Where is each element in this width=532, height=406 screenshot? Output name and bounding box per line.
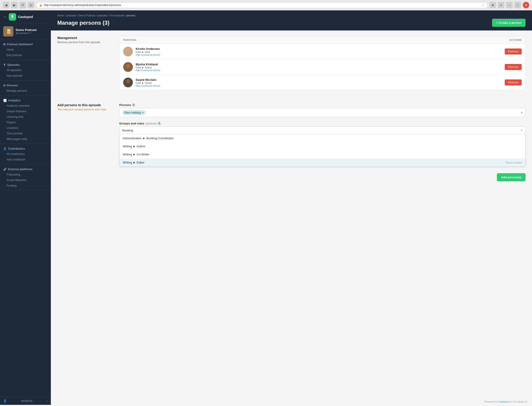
dropdown-item-booking[interactable]: Administration ► Booking Coordinator [119,134,525,142]
breadcrumb-episodes[interactable]: episodes [97,14,107,17]
remove-tag-ellen[interactable]: × [142,111,144,114]
breadcrumb: Home / podcasts / Demo Podcast / episode… [57,14,525,17]
sidebar-header: ← 🎙 Castopod [0,10,51,23]
extensions-btn[interactable]: ★ [489,2,496,8]
refresh-btn[interactable]: ↺ [19,2,26,8]
sidebar-link-podcasting[interactable]: Podcasting [0,172,51,177]
page-title-row: Manage persons (3) + Create a person [57,19,525,27]
sidebar-link-audience[interactable]: Audience overview [0,103,51,109]
avatar-img-sayed [123,78,133,87]
cast-btn[interactable]: ⊡ [28,2,34,8]
persons-select[interactable]: Ellen Halliday × ▾ [119,108,525,117]
groups-form-label: Groups and roles (optional) ? [119,122,525,125]
remove-btn-sayed[interactable]: Remove [505,80,522,86]
sidebar-link-players[interactable]: Players [0,120,51,125]
persons-table: PERSONS ACTIONS [119,36,525,90]
breadcrumb-demo-podcast[interactable]: Demo Podcast [79,14,95,17]
mic-icon: 🎙 [3,63,6,66]
management-section-desc: Remove persons from this episode [57,41,113,44]
person-link-kirstin[interactable]: http://castopod.demo/ [136,53,160,56]
person-details-mysha: Mysha Kirkland Cast ► Guest http://casto… [136,63,160,72]
dropdown-item-editor[interactable]: Writing ► Editor Press to select [119,159,525,167]
maximize-btn[interactable]: □ [514,2,521,8]
url-input[interactable] [44,3,480,7]
svg-point-4 [126,64,130,68]
table-row: Mysha Kirkland Cast ► Guest http://casto… [119,59,525,75]
selected-persons: Ellen Halliday × [122,110,146,115]
dropdown-item-author[interactable]: Writing ► Author [119,142,525,150]
page-body: Management Remove persons from this epis… [51,30,532,398]
remove-btn-kirstin[interactable]: Remove [505,49,522,55]
page-title: Manage persons (3) [57,20,109,26]
sidebar-link-home[interactable]: Home [0,47,51,52]
breadcrumb-home[interactable]: Home [57,14,64,17]
sidebar-section-title-persons: ⊟ Persons [0,82,51,88]
avatar-mysha [123,62,133,72]
person-details-kirstin: Kirstin Andersen Cast ► Host http://cast… [136,47,160,56]
user-menu-arrow[interactable]: › [47,399,48,403]
sidebar-link-funding[interactable]: Funding [0,183,51,188]
person-info-mysha: Mysha Kirkland Cast ► Guest http://casto… [123,62,505,72]
add-persons-label: Add persons to this episode [57,103,113,107]
breadcrumb-first-episode[interactable]: First episode [110,14,124,17]
sidebar-link-unique[interactable]: Unique listeners [0,109,51,114]
svg-point-1 [124,53,132,56]
star-icon[interactable]: ☆ [482,3,485,7]
sidebar-section-podcast: ⊞ Podcast dashboard Home Edit podcast [0,39,51,60]
sidebar-link-manage-persons[interactable]: Manage persons [0,88,51,94]
sidebar-link-web[interactable]: Web pages visits [0,136,51,142]
person-role-mysha: Cast ► Guest [136,66,160,69]
sidebar-link-all-contributors[interactable]: All contributors [0,151,51,157]
create-person-button[interactable]: + Create a person [492,19,525,27]
add-person-button[interactable]: Add person(s) [497,173,525,181]
person-info-kirstin: Kirstin Andersen Cast ► Host http://cast… [123,47,505,56]
person-name-kirstin: Kirstin Andersen [136,47,160,51]
menu-btn[interactable]: ≡ [498,2,504,8]
sidebar-link-all-episodes[interactable]: All episodes [0,67,51,73]
remove-btn-mysha[interactable]: Remove [505,64,522,70]
col-persons: PERSONS [123,39,509,41]
podcast-name: Demo Podcast [16,28,37,32]
table-header: PERSONS ACTIONS [119,36,525,44]
dropdown-item-cowriter[interactable]: Writing ► Co-Writer [119,150,525,159]
person-link-sayed[interactable]: http://castopod.demo/ [136,84,160,87]
sidebar-footer: 👤 benjamin › [0,397,51,405]
back-nav-btn[interactable]: ◀ [3,2,9,8]
sidebar-section-persons: ⊟ Persons Manage persons [0,81,51,96]
forward-nav-btn[interactable]: ▶ [11,2,18,8]
persons-select-chevron: ▾ [521,111,523,114]
sidebar-section-title-podcast: ⊞ Podcast dashboard [0,41,51,47]
breadcrumb-podcasts[interactable]: podcasts [66,14,76,17]
person-role-kirstin: Cast ► Host [136,51,160,53]
groups-select[interactable]: Booking ▾ [119,127,525,134]
podcast-emoji: 📔 [6,29,11,34]
sidebar-link-listening[interactable]: Listening time [0,114,51,120]
sidebar-link-add-contributor[interactable]: Add contributor [0,157,51,162]
sidebar-link-locations[interactable]: Locations [0,125,51,131]
browser-chrome: ◀ ▶ ↺ ⊡ 🔒 ☆ ★ ≡ ─ □ ✕ [0,0,532,10]
contributors-icon: 👤 [3,147,7,150]
persons-help-icon[interactable]: ? [132,103,135,107]
podcast-thumbnail: 📔 [3,26,13,36]
external-icon: 🔗 [3,168,7,171]
sidebar-link-time[interactable]: Time periods [0,131,51,136]
sidebar-link-social[interactable]: Social Networks [0,177,51,183]
castopod-link[interactable]: Castopod [498,400,509,403]
sidebar-back-btn[interactable]: ← [3,15,7,19]
persons-form-section: Persons ? Ellen Halliday × [119,103,525,117]
person-link-mysha[interactable]: http://castopod.demo/ [136,69,160,72]
groups-help-icon[interactable]: ? [158,122,161,125]
svg-point-3 [124,68,132,72]
address-bar: 🔒 ☆ [36,2,488,8]
external-link-icon: ↗ [29,32,31,34]
podcast-details: Demo Podcast @castopod ↗ [16,28,37,35]
svg-point-6 [126,79,130,83]
sidebar-section-external: 🔗 External platforms Podcasting Social N… [0,164,51,190]
management-right: PERSONS ACTIONS [119,36,525,97]
sidebar-link-new-episode[interactable]: New episode [0,73,51,79]
podcast-info[interactable]: 📔 Demo Podcast @castopod ↗ [0,23,51,39]
close-btn[interactable]: ✕ [523,2,529,8]
sidebar-link-edit-podcast[interactable]: Edit podcast [0,52,51,58]
svg-point-2 [126,48,130,52]
minimize-btn[interactable]: ─ [506,2,513,8]
